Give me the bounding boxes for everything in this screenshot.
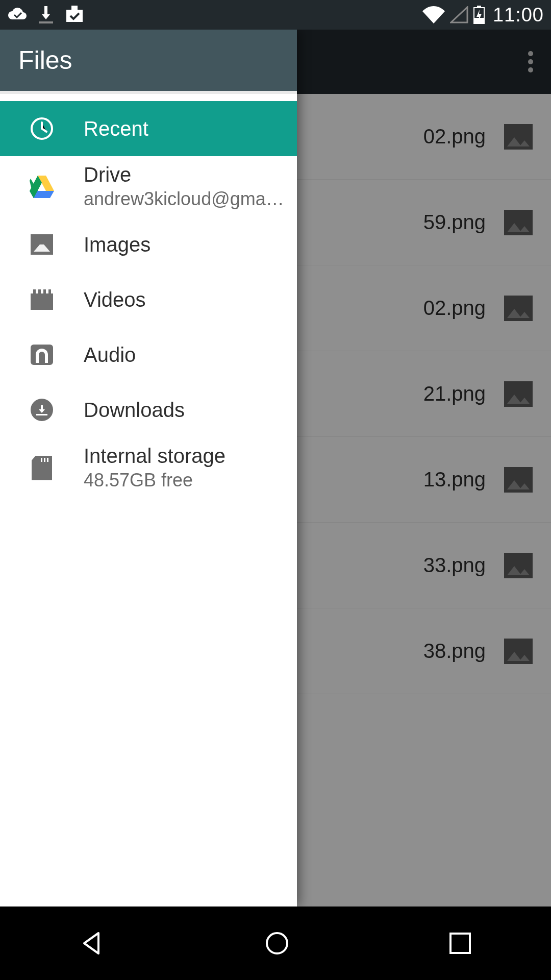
drawer-item-drive[interactable]: Drive andrew3kicloud@gmail.c… xyxy=(0,156,297,217)
drawer-item-label: Internal storage xyxy=(84,445,285,468)
drawer-item-downloads[interactable]: Downloads xyxy=(0,382,297,437)
drawer-item-label: Audio xyxy=(84,344,285,366)
status-bar: 11:00 xyxy=(0,0,551,30)
battery-charging-icon xyxy=(473,6,485,24)
svg-rect-14 xyxy=(450,934,470,953)
drawer-item-internal-storage[interactable]: Internal storage 48.57GB free xyxy=(0,437,297,498)
drawer-item-label: Drive xyxy=(84,163,285,186)
svg-rect-0 xyxy=(39,21,53,23)
sd-card-icon xyxy=(0,456,84,480)
download-icon xyxy=(39,6,53,23)
clock-icon xyxy=(0,116,84,141)
recents-button[interactable] xyxy=(448,932,472,955)
svg-point-13 xyxy=(267,933,287,953)
downloads-icon xyxy=(0,399,84,421)
system-nav-bar xyxy=(0,906,551,980)
drawer-title: Files xyxy=(18,45,72,75)
drawer-item-sublabel: andrew3kicloud@gmail.c… xyxy=(84,188,285,210)
images-icon xyxy=(0,234,84,255)
cell-signal-icon xyxy=(450,6,468,23)
navigation-drawer: Files Recent Drive andrew3kicloud@gmail.… xyxy=(0,30,297,906)
svg-rect-12 xyxy=(36,414,47,415)
drawer-item-label: Videos xyxy=(84,288,285,311)
google-drive-icon xyxy=(0,176,84,198)
drawer-item-label: Downloads xyxy=(84,399,285,422)
drawer-item-sublabel: 48.57GB free xyxy=(84,470,285,491)
cloud-check-icon xyxy=(7,7,28,22)
drawer-item-images[interactable]: Images xyxy=(0,217,297,272)
status-time: 11:00 xyxy=(493,4,544,26)
back-button[interactable] xyxy=(79,930,106,957)
audio-icon xyxy=(0,345,84,365)
videos-icon xyxy=(0,289,84,310)
drawer-header: Files xyxy=(0,30,297,94)
shop-check-icon xyxy=(64,6,85,24)
drawer-item-label: Images xyxy=(84,233,285,256)
drawer-item-recent[interactable]: Recent xyxy=(0,101,297,156)
home-button[interactable] xyxy=(264,930,290,957)
drawer-item-audio[interactable]: Audio xyxy=(0,327,297,382)
drawer-item-videos[interactable]: Videos xyxy=(0,272,297,327)
wifi-icon xyxy=(422,6,445,23)
drawer-item-label: Recent xyxy=(84,117,285,140)
